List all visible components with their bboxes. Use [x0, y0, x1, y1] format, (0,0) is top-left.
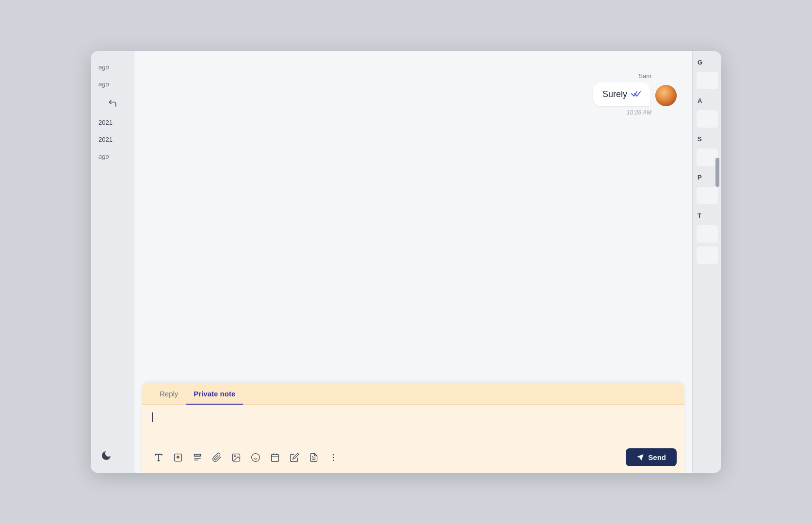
right-section-t: T — [696, 208, 718, 221]
calendar-button[interactable] — [266, 449, 284, 466]
message-bubble: Surely — [593, 82, 650, 106]
compose-input[interactable] — [142, 405, 684, 443]
message-outgoing: Sam Surely 10:2 — [150, 72, 677, 116]
font-button[interactable] — [150, 449, 167, 466]
right-item-p[interactable] — [697, 187, 718, 204]
right-item-t1[interactable] — [697, 225, 718, 243]
article-button[interactable] — [189, 449, 206, 466]
svg-point-3 — [178, 457, 179, 458]
message-row: Surely — [593, 82, 677, 106]
attach-button[interactable] — [208, 449, 226, 466]
messages-list: Sam Surely 10:2 — [134, 51, 692, 383]
reply-icon[interactable] — [91, 93, 134, 114]
year-2: 2021 — [91, 131, 134, 148]
scrollbar[interactable] — [715, 158, 719, 187]
message-time: 10:26 AM — [627, 109, 651, 116]
right-section-a: A — [696, 93, 718, 106]
signature-button[interactable] — [169, 449, 187, 466]
left-sidebar: ago ago 2021 2021 ago — [91, 51, 134, 473]
avatar-image — [655, 85, 677, 106]
timestamp-3: ago — [91, 148, 134, 165]
compose-area: Reply Private note — [142, 383, 684, 473]
svg-point-17 — [333, 459, 334, 461]
right-sidebar: G A S P T — [692, 51, 721, 473]
chat-window: ago ago 2021 2021 ago Sam Surely — [91, 51, 721, 473]
moon-icon[interactable] — [100, 450, 112, 463]
right-section-s: S — [696, 131, 718, 145]
message-text: Surely — [602, 89, 627, 99]
chat-area: Sam Surely 10:2 — [134, 51, 692, 473]
edit-button[interactable] — [286, 449, 303, 466]
tab-private-note[interactable]: Private note — [186, 383, 243, 405]
svg-point-15 — [333, 454, 334, 455]
right-item-g[interactable] — [697, 72, 718, 89]
notes-button[interactable] — [305, 449, 323, 466]
svg-marker-19 — [637, 454, 644, 460]
right-item-t2[interactable] — [697, 246, 718, 264]
tab-reply[interactable]: Reply — [152, 383, 186, 405]
compose-toolbar: Send — [142, 443, 684, 473]
avatar — [655, 85, 677, 106]
image-button[interactable] — [227, 449, 245, 466]
svg-point-16 — [333, 457, 334, 458]
emoji-button[interactable] — [247, 449, 264, 466]
message-sender: Sam — [638, 72, 651, 80]
right-item-a[interactable] — [697, 110, 718, 128]
year-1: 2021 — [91, 114, 134, 131]
right-item-s[interactable] — [697, 148, 718, 166]
send-button[interactable]: Send — [626, 448, 677, 466]
timestamp-1: ago — [91, 59, 134, 76]
double-check-icon — [631, 90, 641, 99]
svg-point-5 — [234, 455, 236, 457]
text-cursor — [152, 412, 153, 422]
compose-tabs: Reply Private note — [142, 383, 684, 405]
more-button[interactable] — [325, 449, 342, 466]
right-section-g: G — [696, 55, 718, 68]
right-section-p: P — [696, 170, 718, 183]
svg-rect-9 — [272, 454, 279, 461]
send-label: Send — [648, 453, 666, 461]
timestamp-2: ago — [91, 76, 134, 93]
svg-point-6 — [252, 453, 260, 461]
